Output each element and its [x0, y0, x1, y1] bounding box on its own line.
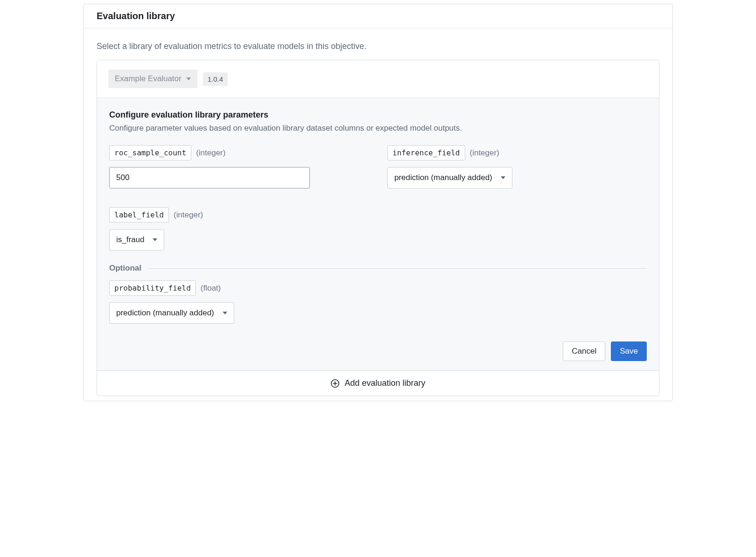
chevron-down-icon [501, 176, 505, 179]
library-config-card: Example Evaluator 1.0.4 Configure evalua… [97, 60, 659, 396]
params-grid: roc_sample_count (integer) inference_fie… [109, 145, 647, 251]
param-type: (float) [201, 284, 221, 293]
param-name: inference_field [387, 145, 465, 160]
param-name: roc_sample_count [109, 145, 191, 160]
divider-line [148, 268, 647, 269]
library-selector-row: Example Evaluator 1.0.4 [97, 60, 659, 97]
param-name: probability_field [109, 280, 196, 296]
save-button[interactable]: Save [611, 341, 647, 361]
param-type: (integer) [174, 210, 203, 220]
chevron-down-icon [223, 312, 227, 314]
configure-parameters-section: Configure evaluation library parameters … [97, 97, 659, 370]
evaluation-library-card: Evaluation library Select a library of e… [83, 4, 673, 401]
param-empty-cell [387, 207, 647, 251]
roc-sample-count-input[interactable] [109, 167, 310, 188]
configure-title: Configure evaluation library parameters [109, 110, 647, 120]
param-label-row: probability_field (float) [109, 280, 647, 296]
probability-field-selected: prediction (manually added) [116, 308, 214, 318]
add-evaluation-library-label: Add evaluation library [344, 378, 425, 388]
chevron-down-icon [153, 238, 157, 241]
param-label-row: inference_field (integer) [387, 145, 647, 160]
param-probability-field: probability_field (float) prediction (ma… [109, 280, 647, 324]
inference-field-selected: prediction (manually added) [394, 173, 492, 182]
evaluator-select[interactable]: Example Evaluator [108, 70, 197, 88]
plus-circle-icon [330, 379, 340, 388]
label-field-select[interactable]: is_fraud [109, 229, 164, 251]
chevron-down-icon [186, 77, 191, 80]
evaluator-select-label: Example Evaluator [115, 74, 182, 84]
configure-description: Configure parameter values based on eval… [109, 124, 647, 133]
card-header: Evaluation library [84, 4, 672, 28]
param-label-row: roc_sample_count (integer) [109, 145, 369, 160]
param-type: (integer) [470, 148, 499, 158]
optional-divider: Optional [109, 264, 647, 273]
actions-row: Cancel Save [109, 341, 647, 361]
probability-field-select[interactable]: prediction (manually added) [109, 302, 234, 324]
inference-field-select[interactable]: prediction (manually added) [387, 167, 512, 188]
param-label-row: label_field (integer) [109, 207, 369, 223]
label-field-selected: is_fraud [116, 235, 144, 244]
param-roc-sample-count: roc_sample_count (integer) [109, 145, 369, 188]
optional-label: Optional [109, 264, 141, 273]
card-title: Evaluation library [97, 11, 659, 21]
evaluator-version-badge: 1.0.4 [203, 72, 228, 86]
add-evaluation-library-button[interactable]: Add evaluation library [97, 370, 659, 396]
param-inference-field: inference_field (integer) prediction (ma… [387, 145, 647, 188]
card-body: Select a library of evaluation metrics t… [84, 28, 672, 401]
card-description: Select a library of evaluation metrics t… [97, 42, 659, 51]
param-name: label_field [109, 207, 169, 223]
param-type: (integer) [196, 148, 225, 158]
cancel-button[interactable]: Cancel [563, 341, 605, 361]
param-label-field: label_field (integer) is_fraud [109, 207, 369, 251]
